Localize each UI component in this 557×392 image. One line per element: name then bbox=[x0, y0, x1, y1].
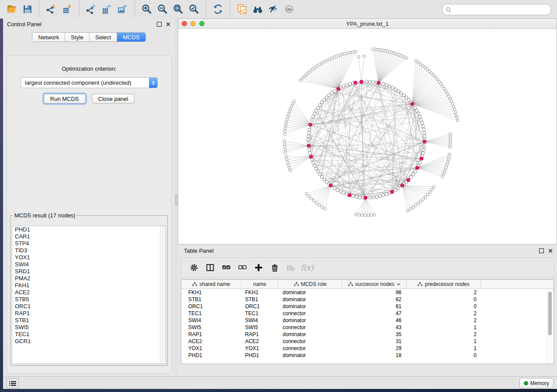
tab-style[interactable]: Style bbox=[65, 33, 90, 41]
open-file-button[interactable] bbox=[5, 3, 18, 16]
cell-mcds_role: dominator bbox=[278, 303, 343, 309]
mcds-result-list[interactable]: PHD1CAR1STP4TID3YOX1SWI4SRD1PMA2FKH1ACE2… bbox=[12, 226, 166, 364]
show-panels-button[interactable] bbox=[7, 378, 19, 388]
zoom-selected-button[interactable] bbox=[187, 3, 201, 16]
search-box[interactable] bbox=[442, 4, 551, 15]
table-row[interactable]: FKH1FKH1dominator962 bbox=[181, 289, 554, 296]
save-session-button[interactable] bbox=[21, 3, 34, 16]
column-visibility-button[interactable] bbox=[204, 261, 216, 274]
cell-shared_name: ORC1 bbox=[181, 303, 242, 309]
toolbar-group bbox=[80, 1, 135, 17]
delete-column-button[interactable] bbox=[269, 261, 281, 274]
network-canvas[interactable] bbox=[178, 29, 557, 244]
mcds-result-item[interactable]: STB1 bbox=[12, 317, 166, 324]
import-network-button[interactable] bbox=[45, 3, 58, 16]
deselect-all-rows-button[interactable] bbox=[236, 261, 249, 274]
table-settings-gear-button[interactable] bbox=[188, 261, 200, 274]
mcds-result-item[interactable]: PMA2 bbox=[12, 275, 166, 282]
float-panel-icon[interactable] bbox=[156, 21, 162, 27]
mcds-result-item[interactable]: RAP1 bbox=[12, 310, 166, 317]
find-binoculars-button[interactable] bbox=[251, 3, 264, 16]
column-tree-icon bbox=[294, 282, 299, 286]
cell-shared_name: FKH1 bbox=[181, 289, 242, 296]
column-header-predecessor_nodes[interactable]: predecessor nodes bbox=[407, 280, 481, 289]
cell-name: TEC1 bbox=[242, 310, 278, 316]
column-header-filler bbox=[481, 280, 554, 289]
close-panel-button[interactable]: Close panel bbox=[92, 94, 135, 103]
mcds-result-item[interactable]: YOX1 bbox=[12, 254, 166, 261]
column-header-name[interactable]: name bbox=[242, 280, 278, 289]
table-row[interactable]: YOX1YOX1connector291 bbox=[181, 345, 554, 352]
search-input[interactable] bbox=[451, 7, 551, 13]
table-row[interactable]: PHD1PHD1dominator180 bbox=[181, 352, 554, 359]
export-table-button[interactable] bbox=[100, 3, 114, 16]
import-table-button[interactable] bbox=[61, 3, 74, 16]
cell-name: SWI5 bbox=[242, 324, 278, 330]
mcds-result-item[interactable]: TID3 bbox=[12, 247, 166, 254]
hide-selected-button[interactable] bbox=[267, 3, 280, 16]
table-row[interactable]: RAP1RAP1dominator352 bbox=[181, 331, 554, 338]
criterion-dropdown[interactable]: largest connected component (undirected) bbox=[21, 77, 158, 88]
mcds-result-title: MCDS result (17 nodes) bbox=[13, 212, 76, 219]
table-row[interactable]: STB1STB1dominator620 bbox=[181, 296, 554, 303]
close-panel-icon[interactable]: ✕ bbox=[166, 21, 171, 27]
mcds-result-item[interactable]: STP4 bbox=[12, 240, 166, 247]
mcds-result-item[interactable]: STB5 bbox=[12, 296, 166, 303]
mcds-result-item[interactable]: SRD1 bbox=[12, 268, 166, 275]
tab-mcds[interactable]: MCDS bbox=[117, 33, 145, 41]
export-image-button[interactable] bbox=[116, 3, 129, 16]
mcds-result-item[interactable]: FKH1 bbox=[12, 282, 166, 289]
cell-mcds_role: dominator bbox=[278, 296, 343, 303]
cell-successor_nodes: 35 bbox=[343, 331, 407, 337]
tab-network[interactable]: Network bbox=[32, 33, 65, 41]
mcds-result-item[interactable]: SWI4 bbox=[12, 261, 166, 268]
table-row[interactable]: SWI4SWI4dominator462 bbox=[181, 317, 554, 324]
memory-button[interactable]: Memory bbox=[519, 378, 554, 389]
mcds-list-scrollbar[interactable] bbox=[160, 226, 166, 364]
zoom-selected-icon bbox=[189, 4, 199, 14]
control-panel: Control Panel ✕ NetworkStyleSelectMCDS O… bbox=[3, 18, 175, 376]
copy-network-document-button[interactable] bbox=[235, 3, 249, 16]
cell-shared_name: STB1 bbox=[181, 296, 242, 303]
mcds-result-item[interactable]: SWI5 bbox=[12, 324, 166, 331]
zoom-in-button[interactable] bbox=[140, 3, 153, 16]
control-panel-titlebar: Control Panel ✕ bbox=[3, 18, 175, 30]
select-all-rows-button[interactable] bbox=[220, 261, 232, 274]
mcds-result-item[interactable]: TEC1 bbox=[12, 331, 166, 338]
toolbar-group bbox=[230, 1, 301, 17]
export-network-button[interactable] bbox=[85, 3, 98, 16]
zoom-fit-button[interactable] bbox=[172, 3, 185, 16]
table-row[interactable]: TEC1TEC1connector472 bbox=[181, 310, 554, 317]
delete-table-icon bbox=[287, 263, 295, 272]
mcds-result-item[interactable]: GCR1 bbox=[12, 338, 166, 345]
cell-shared_name: SWI4 bbox=[181, 317, 242, 323]
column-label: successor nodes bbox=[355, 281, 394, 287]
cell-successor_nodes: 96 bbox=[343, 289, 407, 296]
table-row[interactable]: SWI5SWI5connector431 bbox=[181, 324, 554, 331]
cell-shared_name: RAP1 bbox=[181, 331, 242, 337]
table-body: FKH1FKH1dominator962STB1STB1dominator620… bbox=[181, 289, 554, 359]
column-header-shared_name[interactable]: shared name bbox=[181, 280, 242, 289]
run-mcds-button[interactable]: Run MCDS bbox=[44, 94, 86, 103]
preview-eye-button[interactable] bbox=[283, 3, 296, 16]
table-row[interactable]: ORC1ORC1dominator610 bbox=[181, 303, 554, 310]
column-header-successor_nodes[interactable]: successor nodes bbox=[343, 280, 407, 289]
mcds-result-item[interactable]: CAR1 bbox=[12, 233, 166, 240]
cell-successor_nodes: 29 bbox=[343, 345, 407, 351]
add-column-button[interactable] bbox=[253, 261, 265, 274]
column-tree-icon bbox=[348, 282, 353, 286]
mcds-result-item[interactable]: PHD1 bbox=[12, 226, 166, 233]
zoom-out-button[interactable] bbox=[156, 3, 169, 16]
close-table-panel-icon[interactable]: ✕ bbox=[548, 248, 553, 253]
mcds-result-item[interactable]: ORC1 bbox=[12, 303, 166, 310]
mcds-result-item[interactable]: ACE2 bbox=[12, 289, 166, 296]
column-header-mcds_role[interactable]: MCDS role bbox=[278, 280, 343, 289]
panel-splitter[interactable] bbox=[175, 18, 178, 376]
tab-select[interactable]: Select bbox=[90, 33, 117, 41]
float-table-panel-icon[interactable] bbox=[539, 248, 544, 253]
status-bar: Memory bbox=[3, 376, 557, 389]
table-row[interactable]: ACE2ACE2connector311 bbox=[181, 338, 554, 345]
column-tree-icon bbox=[192, 282, 197, 286]
table-scrollbar[interactable] bbox=[547, 289, 553, 363]
refresh-view-button[interactable] bbox=[211, 3, 225, 16]
